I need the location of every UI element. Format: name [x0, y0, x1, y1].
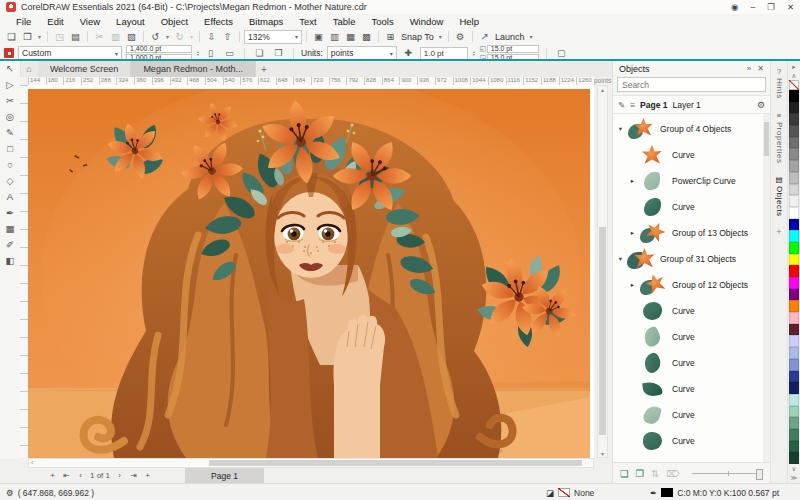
layer-name[interactable]: Layer 1 — [673, 100, 701, 110]
objects-scrollbar[interactable] — [763, 114, 770, 462]
scroll-up-icon[interactable]: ▴ — [601, 86, 604, 93]
color-swatch[interactable] — [789, 184, 799, 196]
size-stepper[interactable]: ▴▾ — [197, 50, 199, 56]
docker-collapse-icon[interactable]: » — [747, 64, 751, 73]
docker-tab-objects[interactable]: ▤ Objects — [775, 175, 784, 217]
crop-tool[interactable]: ✂ — [2, 94, 18, 108]
undo-dropdown-icon[interactable]: ▾ — [164, 33, 171, 40]
object-row[interactable]: Curve — [613, 194, 770, 220]
docker-close-icon[interactable]: ✕ — [757, 64, 764, 73]
delete-object-icon[interactable]: ⌦ — [666, 468, 679, 479]
fill-swatch[interactable] — [558, 488, 570, 497]
cut-icon[interactable]: ✂ — [92, 31, 107, 42]
vertical-scroll-thumb[interactable] — [599, 227, 606, 435]
menu-item[interactable]: Table — [325, 16, 364, 27]
no-color-swatch[interactable] — [789, 80, 799, 90]
color-swatch[interactable] — [789, 347, 799, 359]
object-row[interactable]: ▾ Group of 4 Objects — [613, 116, 770, 142]
color-swatch[interactable] — [789, 242, 799, 254]
options-gear-icon[interactable]: ⚙ — [453, 31, 468, 42]
menu-item[interactable]: Window — [402, 16, 452, 27]
thumbnail-size-slider[interactable] — [692, 473, 763, 474]
paste-icon[interactable]: ▧ — [124, 31, 139, 42]
color-swatch[interactable] — [789, 300, 799, 312]
color-swatch[interactable] — [789, 359, 799, 371]
pick-tool[interactable]: ↖ — [2, 62, 18, 76]
snapping-icon[interactable]: ⊞ — [383, 31, 398, 42]
color-swatch[interactable] — [789, 207, 799, 219]
outline-swatch[interactable] — [661, 488, 673, 497]
shape-tool[interactable]: ▷ — [2, 78, 18, 92]
color-swatch[interactable] — [789, 371, 799, 383]
object-row[interactable]: Curve — [613, 428, 770, 454]
color-swatch[interactable] — [789, 335, 799, 347]
menu-item[interactable]: Object — [153, 16, 196, 27]
new-master-layer-icon[interactable]: ❐ — [636, 468, 645, 479]
menu-item[interactable]: View — [72, 16, 108, 27]
launch-button[interactable]: Launch — [493, 32, 527, 42]
scroll-down-icon[interactable]: ▾ — [601, 450, 604, 457]
move-to-layer-icon[interactable]: ⇅ — [651, 468, 659, 479]
color-swatch[interactable] — [789, 90, 799, 102]
vertical-scrollbar[interactable]: ▴ ▾ — [597, 85, 608, 458]
object-row[interactable]: Curve — [613, 350, 770, 376]
separator[interactable] — [239, 31, 240, 42]
nudge-distance-field[interactable]: 1.0 pt — [420, 47, 468, 60]
add-page-before-button[interactable]: + — [48, 471, 57, 480]
separator[interactable] — [378, 31, 379, 42]
page-name[interactable]: Page 1 — [640, 100, 667, 110]
color-swatch[interactable] — [789, 441, 799, 453]
print-icon[interactable]: ▤ — [68, 31, 83, 42]
color-swatch[interactable] — [789, 312, 799, 324]
color-swatch[interactable] — [789, 148, 799, 160]
import-icon[interactable]: ⇩ — [204, 31, 219, 42]
search-input[interactable] — [618, 80, 765, 90]
object-row[interactable]: ▸ PowerClip Curve — [613, 168, 770, 194]
menu-item[interactable]: Text — [291, 16, 324, 27]
color-swatch[interactable] — [789, 113, 799, 125]
separator[interactable] — [47, 31, 48, 42]
color-swatch[interactable] — [789, 137, 799, 149]
redo-dropdown-icon[interactable]: ▾ — [188, 33, 195, 40]
expander-icon[interactable]: ▸ — [628, 229, 637, 237]
text-tool[interactable]: A — [2, 190, 18, 204]
full-screen-preview-icon[interactable]: ▣ — [311, 31, 326, 42]
tab-welcome-screen[interactable]: Welcome Screen — [38, 61, 131, 77]
objects-scroll-thumb[interactable] — [764, 122, 769, 156]
drawing-canvas[interactable] — [28, 85, 594, 458]
duplicate-x-field[interactable]: 15.0 pt — [487, 45, 539, 53]
minimize-button[interactable]: – — [751, 2, 756, 12]
object-row[interactable]: ▾ Group of 31 Objects — [613, 246, 770, 272]
color-swatch[interactable] — [789, 195, 799, 207]
object-row[interactable]: Curve — [613, 402, 770, 428]
tab-document[interactable]: Megan Redmon - Moth... — [131, 61, 256, 77]
page-preset-select[interactable]: Custom▾ — [18, 46, 122, 60]
menu-item[interactable]: Tools — [363, 16, 401, 27]
color-swatch[interactable] — [789, 102, 799, 114]
save-icon[interactable]: ◳ — [52, 31, 67, 42]
treat-as-filled-button[interactable]: ▢ — [554, 46, 569, 60]
interactive-fill-tool[interactable]: ◧ — [2, 254, 18, 268]
restore-button[interactable]: ❐ — [767, 2, 775, 12]
color-swatch[interactable] — [789, 160, 799, 172]
show-grid-icon[interactable]: ▦ — [343, 31, 358, 42]
expander-icon[interactable]: ▸ — [628, 281, 637, 289]
freehand-tool[interactable]: ✎ — [2, 126, 18, 140]
object-row[interactable]: Curve — [613, 142, 770, 168]
object-row[interactable]: ▸ Group of 13 Objects — [613, 220, 770, 246]
export-icon[interactable]: ⇧ — [220, 31, 235, 42]
color-swatch[interactable] — [789, 289, 799, 301]
menu-item[interactable]: Effects — [196, 16, 241, 27]
page-tab[interactable]: Page 1 — [185, 468, 264, 483]
add-docker-button[interactable]: + — [776, 227, 781, 237]
new-layer-icon[interactable]: ❏ — [620, 468, 629, 479]
nudge-stepper[interactable]: ▴▾ — [473, 50, 475, 56]
add-page-after-button[interactable]: + — [143, 471, 152, 480]
horizontal-scroll-thumb[interactable] — [209, 460, 581, 466]
color-swatch[interactable] — [789, 324, 799, 336]
object-row[interactable]: Curve — [613, 298, 770, 324]
undo-icon[interactable]: ↺ — [148, 31, 163, 42]
ellipse-tool[interactable]: ○ — [2, 158, 18, 172]
show-guidelines-icon[interactable]: ▩ — [359, 31, 374, 42]
previous-page-button[interactable]: ‹ — [76, 471, 85, 480]
